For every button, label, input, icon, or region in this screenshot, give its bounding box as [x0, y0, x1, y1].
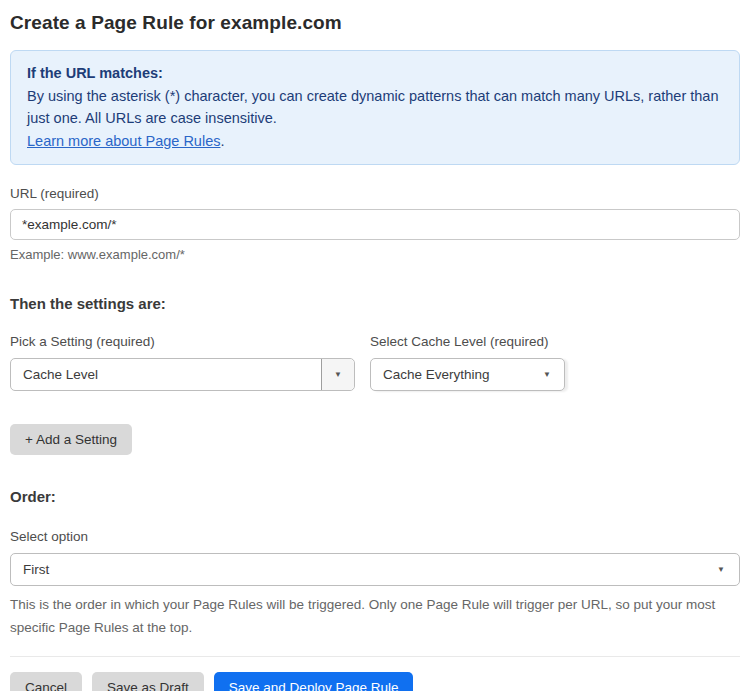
url-matches-info-box: If the URL matches: By using the asteris…: [10, 50, 740, 165]
order-value: First: [11, 562, 717, 577]
cache-level-value: Cache Everything: [371, 367, 543, 382]
url-input[interactable]: [10, 209, 740, 240]
info-box-body: By using the asterisk (*) character, you…: [27, 85, 723, 130]
save-and-deploy-button[interactable]: Save and Deploy Page Rule: [214, 672, 414, 691]
info-box-heading: If the URL matches:: [27, 62, 723, 85]
create-page-rule-form: Create a Page Rule for example.com If th…: [0, 0, 750, 691]
save-as-draft-button[interactable]: Save as Draft: [92, 672, 204, 691]
order-select-label: Select option: [10, 529, 740, 544]
page-title: Create a Page Rule for example.com: [10, 12, 740, 34]
order-section-heading: Order:: [10, 488, 740, 505]
setting-picker-label: Pick a Setting (required): [10, 334, 355, 349]
chevron-down-icon: ▼: [334, 371, 342, 379]
chevron-down-icon: ▼: [717, 566, 725, 574]
add-setting-button[interactable]: + Add a Setting: [10, 424, 132, 455]
link-suffix: .: [220, 133, 224, 149]
order-helper-text: This is the order in which your Page Rul…: [10, 593, 740, 639]
info-box-link-line: Learn more about Page Rules.: [27, 130, 723, 153]
learn-more-link[interactable]: Learn more about Page Rules: [27, 133, 220, 149]
setting-picker-caret-box[interactable]: ▼: [321, 359, 354, 390]
settings-section-heading: Then the settings are:: [10, 295, 740, 312]
footer-divider: [10, 656, 740, 657]
cache-level-label: Select Cache Level (required): [370, 334, 565, 349]
cancel-button[interactable]: Cancel: [10, 672, 82, 691]
cache-level-column: Select Cache Level (required) Cache Ever…: [370, 312, 565, 391]
setting-picker-value: Cache Level: [11, 367, 321, 382]
footer-actions: Cancel Save as Draft Save and Deploy Pag…: [10, 672, 740, 691]
setting-picker-dropdown[interactable]: Cache Level ▼: [10, 358, 355, 391]
url-field-label: URL (required): [10, 186, 740, 201]
order-dropdown[interactable]: First ▼: [10, 553, 740, 586]
cache-level-dropdown[interactable]: Cache Everything ▼: [370, 358, 565, 391]
settings-row: Pick a Setting (required) Cache Level ▼ …: [10, 312, 740, 391]
url-example-helper: Example: www.example.com/*: [10, 247, 740, 262]
setting-picker-column: Pick a Setting (required) Cache Level ▼: [10, 312, 355, 391]
chevron-down-icon: ▼: [543, 371, 551, 379]
